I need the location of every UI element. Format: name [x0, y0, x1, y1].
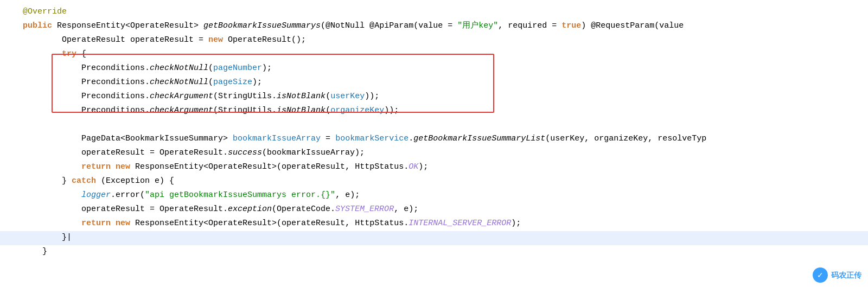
code-line-5: Preconditions.checkNotNull(pageNumber);	[0, 62, 868, 76]
code-line-3: OperateResult operateResult = new Operat…	[0, 34, 868, 48]
code-line-8: Preconditions.checkArgument(StringUtils.…	[0, 104, 868, 118]
line-content-6: Preconditions.checkNotNull(pageSize);	[23, 76, 868, 89]
code-editor: @Override public ResponseEntity<OperateR…	[0, 0, 868, 287]
line-content-16: return new ResponseEntity<OperateResult>…	[23, 217, 868, 230]
line-content-10: PageData<BookmarkIssueSummary> bookmarkI…	[23, 132, 868, 145]
code-line-9	[0, 118, 868, 132]
code-line-15: operateResult = OperateResult.exception(…	[0, 203, 868, 217]
line-content-12: return new ResponseEntity<OperateResult>…	[23, 161, 868, 174]
line-content-3: OperateResult operateResult = new Operat…	[23, 34, 868, 47]
code-line-16: return new ResponseEntity<OperateResult>…	[0, 217, 868, 231]
watermark: ✓ 码农正传	[813, 267, 861, 283]
line-content-5: Preconditions.checkNotNull(pageNumber);	[23, 62, 868, 75]
code-line-1: @Override	[0, 5, 868, 20]
keyword-public: public	[23, 21, 57, 30]
code-line-11: operateResult = OperateResult.success(bo…	[0, 146, 868, 161]
line-content-4: try {	[23, 48, 868, 61]
code-line-4: try {	[0, 48, 868, 62]
line-content-13: } catch (Exception e) {	[23, 175, 868, 188]
code-line-13: } catch (Exception e) {	[0, 175, 868, 189]
code-line-12: return new ResponseEntity<OperateResult>…	[0, 161, 868, 175]
code-line-14: logger.error("api getBookmarkIssueSummar…	[0, 189, 868, 203]
line-content-14: logger.error("api getBookmarkIssueSummar…	[23, 189, 868, 202]
code-line-17: }|	[0, 231, 868, 245]
code-line-7: Preconditions.checkArgument(StringUtils.…	[0, 90, 868, 104]
method-name: getBookmarkIssueSummarys	[203, 21, 321, 30]
code-line-18: }	[0, 245, 868, 259]
line-content-1: @Override	[23, 5, 868, 18]
string-value: "用户key"	[457, 21, 498, 30]
line-content-8: Preconditions.checkArgument(StringUtils.…	[23, 104, 868, 117]
line-content-11: operateResult = OperateResult.success(bo…	[23, 146, 868, 160]
line-content-17: }|	[23, 231, 868, 244]
watermark-text: 码农正传	[831, 269, 861, 281]
code-line-10: PageData<BookmarkIssueSummary> bookmarkI…	[0, 132, 868, 146]
code-line-2: public ResponseEntity<OperateResult> get…	[0, 20, 868, 34]
watermark-icon: ✓	[813, 267, 828, 283]
line-content-15: operateResult = OperateResult.exception(…	[23, 203, 868, 216]
line-content-18: }	[23, 245, 868, 258]
line-content-7: Preconditions.checkArgument(StringUtils.…	[23, 90, 868, 103]
annotation-override: @Override	[23, 7, 67, 16]
code-line-6: Preconditions.checkNotNull(pageSize);	[0, 76, 868, 90]
line-content-2: public ResponseEntity<OperateResult> get…	[23, 20, 868, 33]
